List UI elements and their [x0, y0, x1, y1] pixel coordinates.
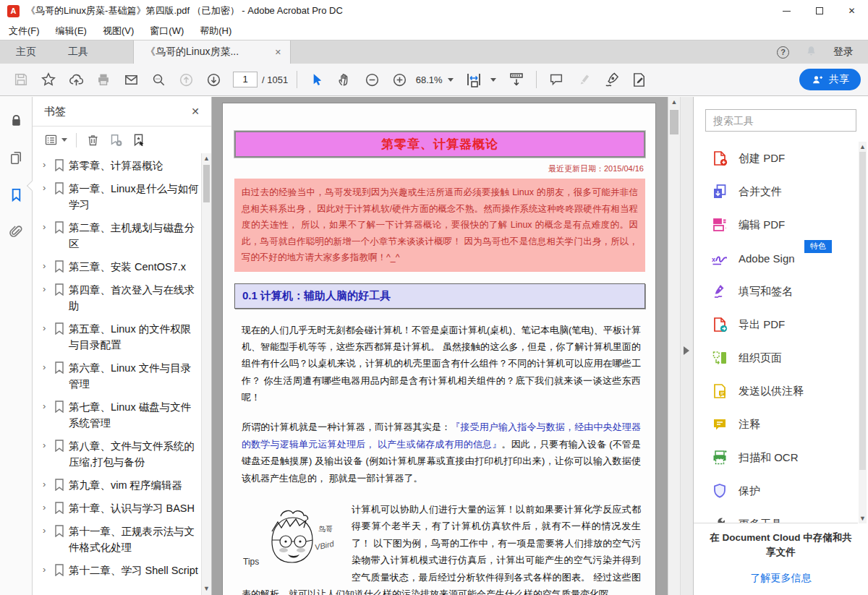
expand-chevron-icon[interactable]: › [43, 500, 54, 517]
tool-combine-files[interactable]: 合并文件 [694, 175, 858, 208]
expand-chevron-icon[interactable]: › [43, 259, 54, 275]
bookmark-item[interactable]: › 第十章、认识与学习 BASH [43, 500, 200, 517]
scroll-up-icon[interactable]: ▲ [668, 97, 680, 107]
security-lock-icon[interactable] [8, 113, 25, 132]
scroll-up-icon[interactable]: ▲ [202, 153, 211, 163]
expand-chevron-icon[interactable]: › [43, 360, 54, 393]
page-thumbnails-icon[interactable] [8, 150, 25, 169]
bookmark-item[interactable]: › 第十一章、正规表示法与文件格式化处理 [43, 523, 200, 556]
bookmark-item[interactable]: › 第四章、首次登入与在线求助 [43, 282, 200, 314]
menu-edit[interactable]: 编辑(E) [56, 25, 87, 38]
collapse-panel-arrow-icon[interactable] [684, 346, 689, 355]
bookmark-settings-icon[interactable] [131, 132, 147, 148]
previous-page-icon[interactable] [174, 68, 197, 91]
delete-bookmark-trash-icon[interactable] [85, 132, 101, 147]
next-page-icon[interactable] [202, 68, 225, 91]
maximize-button[interactable] [803, 0, 835, 22]
bookmark-item[interactable]: › 第零章、计算器概论 [43, 158, 200, 174]
attachments-paperclip-icon[interactable] [8, 223, 25, 243]
cloud-upload-icon[interactable] [64, 68, 88, 91]
expand-chevron-icon[interactable]: › [43, 220, 54, 252]
tool-export-pdf[interactable]: 导出 PDF [694, 308, 858, 341]
bookmark-item[interactable]: › 第三章、安装 CentOS7.x [43, 259, 200, 275]
tool-more-tools[interactable]: 更多工具 [694, 508, 858, 523]
expand-chevron-icon[interactable]: › [43, 438, 54, 471]
tab-close-icon[interactable]: ✕ [275, 48, 281, 57]
save-icon[interactable] [9, 68, 33, 91]
page-display-icon[interactable] [505, 68, 528, 91]
email-icon[interactable] [119, 68, 142, 91]
tool-create-pdf[interactable]: 创建 PDF [694, 142, 858, 175]
menu-file[interactable]: 文件(F) [9, 25, 40, 38]
tool-comment[interactable]: 注释 [694, 408, 858, 441]
bookmarks-scrollbar[interactable]: ▲ ▼ [201, 153, 211, 595]
share-button[interactable]: 共享 [799, 69, 861, 90]
bookmark-item[interactable]: › 第二章、主机规划与磁盘分区 [43, 220, 200, 252]
fill-sign-icon[interactable] [627, 68, 650, 91]
tool-adobe-sign[interactable]: 特色 x Adobe Sign [694, 241, 858, 275]
sign-pen-icon[interactable] [600, 68, 623, 91]
bookmark-item[interactable]: › 第一章、Linux是什么与如何学习 [43, 181, 200, 213]
scrollbar-thumb[interactable] [859, 152, 866, 470]
sign-in-link[interactable]: 登录 [833, 46, 854, 59]
bookmark-item[interactable]: › 第十二章、学习 Shell Script [43, 562, 200, 579]
expand-chevron-icon[interactable]: › [43, 477, 54, 494]
bookmarks-options-icon[interactable] [43, 132, 67, 147]
help-icon[interactable]: ? [777, 46, 789, 59]
fit-width-icon[interactable] [462, 68, 485, 91]
add-bookmark-icon[interactable] [108, 132, 124, 148]
notifications-bell-icon[interactable] [805, 45, 817, 60]
tool-send-for-comments[interactable]: 发送以供注释 [694, 374, 858, 408]
hand-tool-icon[interactable] [333, 68, 356, 91]
bookmark-item[interactable]: › 第六章、Linux 文件与目录管理 [43, 360, 200, 393]
tab-document[interactable]: 《鸟哥的Linux房菜... ✕ [133, 40, 291, 64]
scroll-down-icon[interactable]: ▼ [202, 583, 211, 594]
fit-dropdown-caret-icon[interactable] [490, 78, 496, 82]
zoom-dropdown-caret-icon[interactable] [448, 78, 454, 82]
menu-view[interactable]: 视图(V) [103, 25, 134, 38]
menu-help[interactable]: 帮助(H) [200, 25, 231, 38]
tab-home[interactable]: 主页 [0, 40, 52, 64]
expand-chevron-icon[interactable]: › [43, 321, 54, 354]
expand-chevron-icon[interactable]: › [43, 282, 54, 314]
comment-icon[interactable] [545, 68, 568, 91]
zoom-in-icon[interactable] [388, 68, 411, 91]
expand-chevron-icon[interactable]: › [43, 562, 54, 579]
tools-panel-collapse-strip[interactable] [680, 97, 693, 595]
bookmark-item[interactable]: › 第八章、文件与文件系统的压缩,打包与备份 [43, 438, 200, 471]
close-button[interactable]: ✕ [835, 0, 868, 22]
document-scrollbar[interactable]: ▲ [668, 97, 680, 595]
scroll-down-icon[interactable]: ▼ [859, 513, 867, 523]
menu-window[interactable]: 窗口(W) [150, 25, 184, 38]
bookmarks-close-icon[interactable]: ✕ [191, 106, 200, 117]
tab-tools[interactable]: 工具 [52, 40, 104, 64]
tool-fill-sign[interactable]: 填写和签名 [694, 275, 858, 308]
star-favorite-icon[interactable] [37, 68, 60, 91]
select-tool-icon[interactable] [305, 68, 328, 91]
tool-organize-pages[interactable]: 组织页面 [694, 341, 858, 374]
tool-edit-pdf[interactable]: 编辑 PDF [694, 208, 858, 241]
search-icon[interactable] [147, 68, 170, 91]
search-tools-input[interactable] [705, 109, 856, 132]
minimize-button[interactable] [770, 0, 803, 22]
expand-chevron-icon[interactable]: › [43, 523, 54, 556]
bookmark-item[interactable]: › 第九章、vim 程序编辑器 [43, 477, 200, 494]
page-number-input[interactable]: 1 [233, 72, 258, 87]
print-icon[interactable] [92, 68, 115, 91]
learn-more-link[interactable]: 了解更多信息 [708, 572, 854, 585]
scrollbar-thumb[interactable] [203, 165, 210, 202]
scrollbar-thumb[interactable] [670, 110, 678, 134]
zoom-level-value[interactable]: 68.1% [413, 74, 445, 85]
scroll-up-icon[interactable]: ▲ [859, 142, 867, 152]
expand-chevron-icon[interactable]: › [43, 158, 54, 174]
bookmark-item[interactable]: › 第五章、Linux 的文件权限与目录配置 [43, 321, 200, 354]
bookmarks-panel-icon[interactable] [8, 187, 25, 206]
tools-scrollbar[interactable]: ▲ ▼ [859, 142, 867, 523]
tool-scan-ocr[interactable]: 扫描和 OCR [694, 441, 858, 474]
expand-chevron-icon[interactable]: › [43, 399, 54, 432]
expand-chevron-icon[interactable]: › [43, 181, 54, 213]
highlight-icon[interactable] [572, 68, 595, 91]
tool-protect[interactable]: 保护 [694, 474, 858, 508]
zoom-out-icon[interactable] [360, 68, 383, 91]
bookmark-item[interactable]: › 第七章、Linux 磁盘与文件系统管理 [43, 399, 200, 432]
